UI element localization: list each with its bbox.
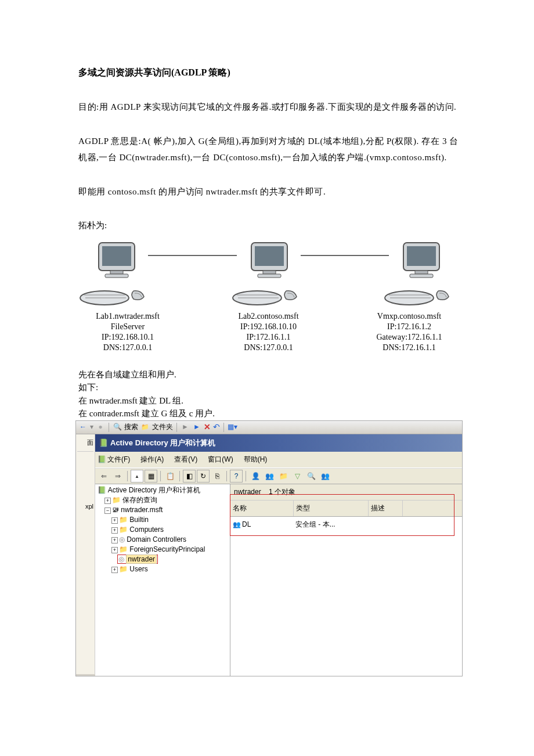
new-group-icon[interactable]: 👥 [263,470,276,483]
prop-icon[interactable]: ◧ [183,470,196,483]
cut-icon[interactable]: ▦ [145,470,157,483]
find-icon[interactable]: 🔍 [305,470,317,483]
pc2-label: Lab2.contoso.msft IP:192.168.10.10 IP:17… [219,311,318,354]
forward-icon[interactable]: ● [96,423,105,432]
setup-line-2: 如下: [78,381,459,394]
copy-icon[interactable]: 📋 [164,470,176,483]
connector-line [148,255,237,256]
mmc-tree-panel: 📗 Active Directory 用户和计算机 +📁 保存的查询 −🖳 nw… [95,484,230,676]
explorer-toolbar: ▾ ● 🔍 搜索 文件夹 ✕ ↶ ▦▾ [76,421,462,434]
folder-icon[interactable] [140,423,150,432]
svg-rect-17 [410,274,433,278]
pc3-label: Vmxp.contoso.msft IP:172.16.1.2 Gateway:… [360,311,459,354]
computer-icon [231,240,306,307]
tree-users[interactable]: +📁 Users [96,564,229,574]
svg-rect-8 [255,246,284,266]
svg-rect-16 [415,271,428,274]
menu-view[interactable]: 查看(V) [174,453,197,466]
menu-action[interactable]: 操作(A) [140,453,164,466]
mmc-menu-bar: 📗 文件(F) 操作(A) 查看(V) 窗口(W) 帮助(H) [95,452,462,468]
nav-back-icon[interactable] [98,470,110,483]
pc1-label: Lab1.nwtrader.msft FileServer IP:192.168… [78,311,177,354]
menu-window[interactable]: 窗口(W) [208,453,233,466]
nav-fwd-icon[interactable] [111,470,124,483]
col-type[interactable]: 类型 [294,501,369,516]
mmc-title-bar: 📗 Active Directory 用户和计算机 [95,434,462,452]
mmc-list-panel: nwtrader 1 个对象 名称 类型 描述 DL 安全组 - 本... [230,484,462,676]
col-desc[interactable]: 描述 [369,501,403,516]
paragraph-agdlp: AGDLP 意思是:A( 帐户),加入 G(全局组),再加到对方域的 DL(域本… [78,133,459,166]
tree-fsp[interactable]: +📁 ForeignSecurityPrincipal [96,545,229,555]
svg-rect-2 [110,271,123,274]
paragraph-purpose: 目的:用 AGDLP 来实现访问其它域的文件服务器.或打印服务器.下面实现的是文… [78,99,459,116]
setup-line-3: 在 nwtrader.msft 建立 DL 组. [78,394,459,408]
screenshot-aduc: ▾ ● 🔍 搜索 文件夹 ✕ ↶ ▦▾ 面 xpl 📗 [75,420,463,676]
svg-rect-3 [105,274,128,278]
export-icon[interactable]: ⎘ [211,470,223,483]
tree-builtin[interactable]: +📁 Builtin [96,515,229,525]
mmc-toolbar: ▦ 📋 ◧ ↻ ⎘ ? 👤 👥 📁 🔍 👥 [95,468,462,484]
help-icon[interactable]: ? [230,470,243,483]
list-path: nwtrader 1 个对象 [230,484,462,500]
col-name[interactable]: 名称 [230,501,294,516]
filter-icon[interactable] [291,470,304,483]
back-icon[interactable] [78,423,88,432]
up-icon[interactable] [131,470,143,483]
stop-icon[interactable]: ✕ [204,419,211,435]
group-icon [233,520,242,528]
add-to-group-icon[interactable]: 👥 [319,470,331,483]
new-ou-icon[interactable]: 📁 [277,470,290,483]
menu-file[interactable]: 📗 文件(F) [98,453,130,466]
svg-rect-1 [102,246,131,266]
svg-rect-9 [263,271,276,274]
connector-line [301,255,389,256]
tree-domain[interactable]: −🖳 nwtrader.msft [96,505,229,515]
new-user-icon[interactable]: 👤 [249,470,262,483]
aduc-icon: 📗 [99,436,108,451]
setup-line-1: 先在各自域建立组和用户. [78,368,459,381]
svg-rect-15 [407,246,436,266]
explorer-side-stub: 面 xpl [76,434,95,674]
refresh-icon[interactable]: ↻ [197,470,210,483]
undo-icon[interactable]: ↶ [213,419,220,435]
computer-icon [383,240,459,307]
topology-label: 拓朴为: [78,217,459,234]
svg-rect-10 [258,274,281,278]
doc-title: 多域之间资源共享访问(AGDLP 策略) [78,64,459,81]
views-icon[interactable]: ▦▾ [228,420,237,434]
list-row-dl[interactable]: DL 安全组 - 本... [230,517,462,532]
setup-line-4: 在 contrader.msft 建立 G 组及 c 用户. [78,407,459,420]
paragraph-goal: 即能用 contoso.msft 的用户访问 nwtrader.msft 的共享… [78,183,459,200]
tree-root[interactable]: 📗 Active Directory 用户和计算机 [96,485,229,495]
tree-dc[interactable]: +◎ Domain Controllers [96,535,229,545]
tree-computers[interactable]: +📁 Computers [96,525,229,535]
search-icon[interactable]: 🔍 [113,423,122,432]
tree-saved-queries[interactable]: +📁 保存的查询 [96,495,229,505]
computer-icon [78,240,154,307]
search-label[interactable]: 搜索 [124,420,138,434]
topology-row [78,240,459,307]
go-icon [181,423,190,432]
tree-nwtrader-ou[interactable]: ◎ nwtrader [96,555,229,564]
go-blue-icon [192,423,201,432]
list-columns: 名称 类型 描述 [230,501,462,517]
folders-label[interactable]: 文件夹 [152,420,173,434]
menu-help[interactable]: 帮助(H) [244,453,268,466]
